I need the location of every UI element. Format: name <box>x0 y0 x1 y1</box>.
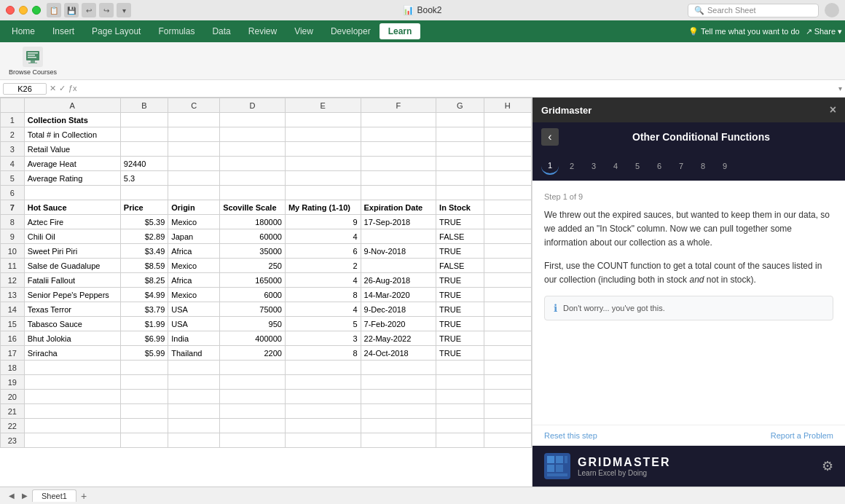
table-row[interactable]: 4 <box>285 302 361 317</box>
step-4[interactable]: 4 <box>607 157 624 175</box>
table-row[interactable] <box>484 113 531 127</box>
table-row[interactable]: Sriracha <box>24 346 120 361</box>
table-row[interactable]: Average Heat <box>24 157 120 171</box>
table-row[interactable]: TRUE <box>436 346 484 361</box>
table-row[interactable]: 9-Nov-2018 <box>361 244 436 259</box>
table-row[interactable]: 24-Oct-2018 <box>361 346 436 361</box>
table-row[interactable] <box>120 113 168 127</box>
table-row[interactable]: 5 <box>285 317 361 331</box>
table-row[interactable] <box>484 273 531 288</box>
table-row[interactable] <box>24 390 120 404</box>
table-row[interactable]: TRUE <box>436 288 484 302</box>
table-row[interactable]: 17-Sep-2018 <box>361 215 436 229</box>
table-row[interactable] <box>361 361 436 375</box>
tab-review[interactable]: Review <box>240 23 286 39</box>
table-row[interactable] <box>168 390 220 404</box>
table-row[interactable]: FALSE <box>436 259 484 273</box>
table-row[interactable] <box>361 433 436 448</box>
row-header-18[interactable]: 18 <box>1 361 25 375</box>
tab-page-layout[interactable]: Page Layout <box>83 23 149 39</box>
table-row[interactable] <box>361 375 436 390</box>
table-row[interactable]: Scoville Scale <box>220 200 286 215</box>
table-row[interactable]: 75000 <box>220 302 286 317</box>
table-row[interactable] <box>220 127 286 142</box>
table-row[interactable] <box>484 302 531 317</box>
table-row[interactable]: TRUE <box>436 317 484 331</box>
table-row[interactable]: 6 <box>285 244 361 259</box>
col-header-C[interactable]: C <box>168 98 220 113</box>
row-header-22[interactable]: 22 <box>1 419 25 433</box>
table-row[interactable]: 400000 <box>220 331 286 346</box>
table-row[interactable] <box>168 419 220 433</box>
step-3[interactable]: 3 <box>585 157 602 175</box>
add-sheet-button[interactable]: + <box>81 490 87 502</box>
table-row[interactable]: $1.99 <box>120 317 168 331</box>
table-row[interactable] <box>285 113 361 127</box>
table-row[interactable] <box>436 361 484 375</box>
col-header-B[interactable]: B <box>120 98 168 113</box>
row-header-11[interactable]: 11 <box>1 259 25 273</box>
sheet-nav-left[interactable]: ◀ <box>6 490 17 501</box>
report-problem-link[interactable]: Report a Problem <box>771 431 833 440</box>
table-row[interactable]: Price <box>120 200 168 215</box>
user-avatar[interactable] <box>825 3 839 17</box>
table-row[interactable] <box>436 142 484 157</box>
table-row[interactable] <box>361 404 436 419</box>
table-row[interactable]: 4 <box>285 229 361 244</box>
row-header-13[interactable]: 13 <box>1 288 25 302</box>
table-row[interactable]: 92440 <box>120 157 168 171</box>
table-row[interactable] <box>168 361 220 375</box>
table-row[interactable]: Aztec Fire <box>24 215 120 229</box>
table-row[interactable]: Mexico <box>168 288 220 302</box>
row-header-17[interactable]: 17 <box>1 346 25 361</box>
table-row[interactable] <box>24 375 120 390</box>
table-row[interactable] <box>120 361 168 375</box>
col-header-E[interactable]: E <box>285 98 361 113</box>
table-row[interactable]: TRUE <box>436 331 484 346</box>
table-row[interactable] <box>484 346 531 361</box>
more-icon[interactable]: ▾ <box>117 3 131 17</box>
table-row[interactable] <box>120 404 168 419</box>
table-row[interactable] <box>120 419 168 433</box>
browse-courses-button[interactable]: Browse Courses <box>9 47 57 76</box>
table-row[interactable] <box>168 186 220 200</box>
table-row[interactable]: Sweet Piri Piri <box>24 244 120 259</box>
table-row[interactable] <box>484 259 531 273</box>
table-row[interactable] <box>436 419 484 433</box>
table-row[interactable] <box>484 361 531 375</box>
tell-me-button[interactable]: 💡 Tell me what you want to do <box>688 27 800 36</box>
step-7[interactable]: 7 <box>672 157 690 175</box>
insert-function-icon[interactable]: ƒx <box>68 84 77 93</box>
table-row[interactable] <box>285 419 361 433</box>
step-5[interactable]: 5 <box>629 157 646 175</box>
tab-insert[interactable]: Insert <box>44 23 83 39</box>
step-9[interactable]: 9 <box>716 157 734 175</box>
table-row[interactable]: $5.99 <box>120 346 168 361</box>
table-row[interactable]: 9-Dec-2018 <box>361 302 436 317</box>
table-row[interactable] <box>168 142 220 157</box>
table-row[interactable] <box>484 331 531 346</box>
table-row[interactable]: TRUE <box>436 215 484 229</box>
step-8[interactable]: 8 <box>694 157 712 175</box>
spreadsheet[interactable]: A B C D E F G H 1Collection Stats2Total … <box>0 98 532 487</box>
tab-learn[interactable]: Learn <box>380 23 421 39</box>
table-row[interactable]: 165000 <box>220 273 286 288</box>
table-row[interactable] <box>484 419 531 433</box>
table-row[interactable]: $3.79 <box>120 302 168 317</box>
table-row[interactable]: India <box>168 331 220 346</box>
table-row[interactable] <box>436 113 484 127</box>
table-row[interactable]: 7-Feb-2020 <box>361 317 436 331</box>
table-row[interactable] <box>168 157 220 171</box>
table-row[interactable] <box>285 390 361 404</box>
table-row[interactable]: 22-May-2022 <box>361 331 436 346</box>
table-row[interactable]: 3 <box>285 331 361 346</box>
col-header-D[interactable]: D <box>220 98 286 113</box>
table-row[interactable]: Japan <box>168 229 220 244</box>
table-row[interactable] <box>484 200 531 215</box>
table-row[interactable]: FALSE <box>436 229 484 244</box>
table-row[interactable] <box>484 433 531 448</box>
table-row[interactable] <box>220 142 286 157</box>
row-header-8[interactable]: 8 <box>1 215 25 229</box>
reset-step-link[interactable]: Reset this step <box>544 431 597 440</box>
table-row[interactable] <box>484 186 531 200</box>
